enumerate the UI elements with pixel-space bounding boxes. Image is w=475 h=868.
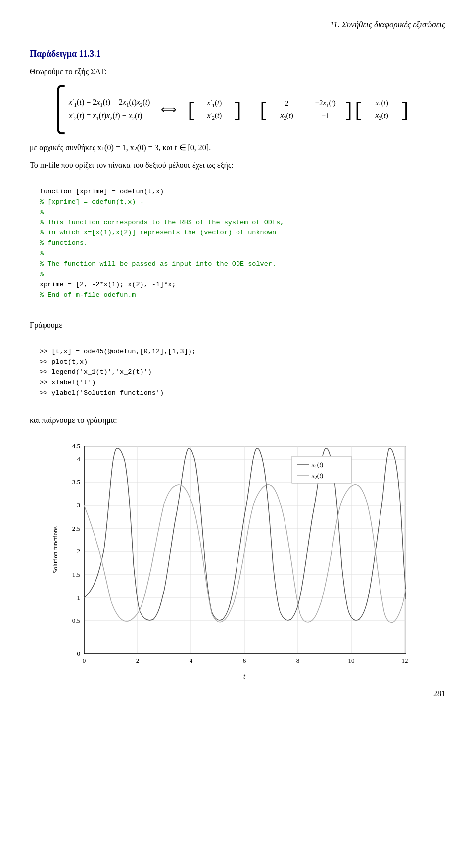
grafume-line-5: >> ylabel('Solution functions') bbox=[40, 389, 164, 397]
chart-area: 0 0.5 1 1.5 2 2.5 3 3.5 4 4.5 0 2 4 6 8 … bbox=[49, 436, 426, 684]
code-line-5: % in which x=[x(1),x(2)] represents the … bbox=[40, 229, 276, 236]
y-axis-label: Solution functions bbox=[51, 527, 59, 574]
eq1: x′1(t) = 2x1(t) − 2x1(t)x2(t) bbox=[69, 98, 150, 108]
mfile-desc: Το m-file που ορίζει τον πίνακα του δεξι… bbox=[30, 159, 445, 172]
code-line-10: xprime = [2, -2*x(1); x(2), -1]*x; bbox=[40, 281, 176, 288]
bracket-left-3: [ bbox=[355, 99, 362, 120]
grafume-line-2: >> plot(t,x) bbox=[40, 358, 88, 365]
grafume-code: >> [t,x] = ode45(@odefun,[0,12],[1,3]); … bbox=[40, 336, 445, 409]
bracket-right-2: ] bbox=[345, 99, 352, 120]
legend-x1-label: x1(t) bbox=[311, 461, 323, 469]
y-tick-05: 0.5 bbox=[72, 617, 80, 624]
grafume-line-3: >> legend('x_1(t)','x_2(t)') bbox=[40, 368, 152, 376]
initial-conditions: με αρχικές συνθήκες x₁(0) = 1, x₂(0) = 3… bbox=[30, 141, 445, 154]
code-line-8: % The function will be passed as input i… bbox=[40, 260, 276, 268]
code-block: function [xprime] = odefun(t,x) % [xprim… bbox=[40, 177, 445, 311]
brace-equations: ⎧⎩ x′1(t) = 2x1(t) − 2x1(t)x2(t) x′2(t) … bbox=[49, 87, 150, 133]
x-tick-2: 2 bbox=[136, 657, 140, 664]
y-tick-4: 4 bbox=[77, 456, 81, 463]
grafume-label: Γράφουμε bbox=[30, 319, 445, 332]
x-axis-label: t bbox=[243, 673, 246, 680]
bracket-left-2: [ bbox=[260, 99, 267, 120]
x-tick-6: 6 bbox=[243, 657, 246, 664]
left-brace: ⎧⎩ bbox=[49, 87, 67, 133]
code-line-3: % bbox=[40, 209, 44, 216]
y-tick-1: 1 bbox=[77, 594, 81, 601]
code-line-1: function [xprime] = odefun(t,x) bbox=[40, 188, 164, 195]
equation-group: x′1(t) = 2x1(t) − 2x1(t)x2(t) x′2(t) = x… bbox=[69, 98, 150, 121]
y-tick-0: 0 bbox=[77, 650, 81, 657]
x-tick-10: 10 bbox=[348, 657, 355, 664]
y-tick-3: 3 bbox=[77, 502, 81, 509]
intro-text: Θεωρούμε το εξής ΣΑΤ: bbox=[30, 65, 445, 78]
code-line-7: % bbox=[40, 250, 44, 257]
math-equation-block: ⎧⎩ x′1(t) = 2x1(t) − 2x1(t)x2(t) x′2(t) … bbox=[49, 87, 445, 133]
legend-x2-label: x2(t) bbox=[311, 472, 323, 480]
grafume-line-1: >> [t,x] = ode45(@odefun,[0,12],[1,3]); bbox=[40, 348, 196, 355]
page-number: 281 bbox=[433, 689, 445, 698]
grafume-line-4: >> xlabel('t') bbox=[40, 379, 95, 386]
bracket-right-3: ] bbox=[402, 99, 409, 120]
section-title: Παράδειγμα 11.3.1 bbox=[30, 49, 445, 59]
matrix-equation: [ x′1(t) x′2(t) ] = [ 2 −2x1(t) x2(t) bbox=[188, 98, 408, 122]
eq2: x′2(t) = x1(t)x2(t) − x2(t) bbox=[69, 111, 150, 121]
kai-label: και παίρνουμε το γράφημα: bbox=[30, 414, 445, 427]
equals: = bbox=[248, 104, 253, 115]
x-tick-8: 8 bbox=[296, 657, 300, 664]
code-line-6: % functions. bbox=[40, 239, 88, 247]
code-line-9: % bbox=[40, 271, 44, 278]
x-tick-0: 0 bbox=[83, 657, 86, 664]
code-line-2: % [xprime] = odefun(t,x) - bbox=[40, 198, 144, 206]
y-tick-2: 2 bbox=[77, 548, 81, 555]
iff-arrow: ⟺ bbox=[161, 103, 177, 116]
y-tick-35: 3.5 bbox=[72, 478, 80, 486]
bracket-right-1: ] bbox=[234, 99, 241, 120]
y-tick-25: 2.5 bbox=[72, 525, 80, 532]
code-line-4: % This function corresponds to the RHS o… bbox=[40, 219, 284, 226]
header-title: 11. Συνήθεις διαφορικές εξισώσεις bbox=[330, 20, 445, 29]
y-tick-45: 4.5 bbox=[72, 442, 80, 450]
chart-svg: 0 0.5 1 1.5 2 2.5 3 3.5 4 4.5 0 2 4 6 8 … bbox=[49, 436, 426, 684]
y-tick-15: 1.5 bbox=[72, 571, 80, 578]
bracket-left-1: [ bbox=[188, 99, 194, 120]
xprime-vector: x′1(t) x′2(t) bbox=[197, 98, 231, 122]
x-vector: x1(t) x2(t) bbox=[365, 98, 399, 122]
page-header: 11. Συνήθεις διαφορικές εξισώσεις bbox=[30, 20, 445, 34]
a-matrix: 2 −2x1(t) x2(t) −1 bbox=[270, 98, 342, 122]
grafume-section: Γράφουμε >> [t,x] = ode45(@odefun,[0,12]… bbox=[30, 319, 445, 427]
x-tick-4: 4 bbox=[190, 657, 193, 664]
x-tick-12: 12 bbox=[402, 657, 408, 664]
system-equations: ⎧⎩ x′1(t) = 2x1(t) − 2x1(t)x2(t) x′2(t) … bbox=[49, 87, 409, 133]
code-line-11: % End of m-file odefun.m bbox=[40, 291, 136, 299]
